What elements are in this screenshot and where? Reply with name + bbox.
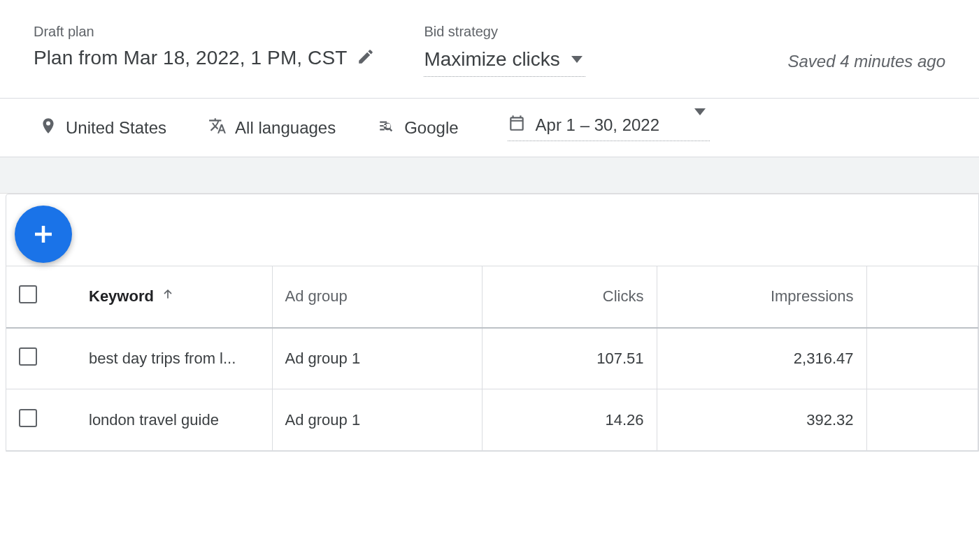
bid-strategy-value: Maximize clicks <box>424 48 559 71</box>
cell-empty <box>866 328 978 389</box>
table-body: best day trips from l... Ad group 1 107.… <box>6 328 978 451</box>
cell-impressions: 2,316.47 <box>657 328 866 389</box>
draft-plan-label: Draft plan <box>34 24 375 40</box>
content-gap <box>0 157 979 194</box>
cell-keyword[interactable]: best day trips from l... <box>76 328 272 389</box>
table-row: best day trips from l... Ad group 1 107.… <box>6 328 978 389</box>
cell-clicks: 14.26 <box>482 389 657 451</box>
header-clicks[interactable]: Clicks <box>482 266 657 328</box>
saved-status: Saved 4 minutes ago <box>788 24 945 71</box>
calendar-icon <box>508 114 526 136</box>
add-keyword-button[interactable] <box>15 206 72 263</box>
header-ad-group[interactable]: Ad group <box>272 266 482 328</box>
cell-empty <box>866 389 978 451</box>
location-filter[interactable]: United States <box>39 117 166 139</box>
keywords-table: Keyword Ad group Clicks Impressions best… <box>6 266 978 451</box>
language-filter[interactable]: All languages <box>208 117 336 139</box>
bid-strategy-block: Bid strategy Maximize clicks <box>424 24 585 77</box>
header-impressions[interactable]: Impressions <box>657 266 866 328</box>
network-filter[interactable]: Google <box>378 117 458 139</box>
cell-ad-group[interactable]: Ad group 1 <box>272 389 482 451</box>
network-value: Google <box>404 118 458 138</box>
search-network-icon <box>378 117 396 139</box>
cell-clicks: 107.51 <box>482 328 657 389</box>
date-range-value: Apr 1 – 30, 2022 <box>536 115 659 135</box>
cell-keyword[interactable]: london travel guide <box>76 389 272 451</box>
row-checkbox[interactable] <box>19 347 37 366</box>
cell-ad-group[interactable]: Ad group 1 <box>272 328 482 389</box>
plan-header: Draft plan Plan from Mar 18, 2022, 1 PM,… <box>0 0 979 99</box>
plan-title-row: Plan from Mar 18, 2022, 1 PM, CST <box>34 47 375 69</box>
table-row: london travel guide Ad group 1 14.26 392… <box>6 389 978 451</box>
select-all-checkbox[interactable] <box>19 285 37 303</box>
location-pin-icon <box>39 117 57 139</box>
plan-title: Plan from Mar 18, 2022, 1 PM, CST <box>34 47 347 69</box>
keywords-table-card: Keyword Ad group Clicks Impressions best… <box>6 194 979 452</box>
table-header-row: Keyword Ad group Clicks Impressions <box>6 266 978 328</box>
chevron-down-icon <box>694 115 706 135</box>
location-value: United States <box>66 118 166 138</box>
date-range-filter[interactable]: Apr 1 – 30, 2022 <box>508 114 710 141</box>
translate-icon <box>208 117 227 139</box>
header-keyword[interactable]: Keyword <box>76 266 272 328</box>
language-value: All languages <box>235 118 336 138</box>
chevron-down-icon <box>571 56 583 63</box>
filter-bar: United States All languages Google Apr 1… <box>0 99 979 157</box>
bid-strategy-label: Bid strategy <box>424 24 585 40</box>
bid-strategy-select[interactable]: Maximize clicks <box>424 47 585 77</box>
cell-impressions: 392.32 <box>657 389 866 451</box>
header-checkbox-cell <box>6 266 76 328</box>
plus-icon <box>31 222 56 247</box>
row-checkbox[interactable] <box>19 409 37 427</box>
header-keyword-label: Keyword <box>89 287 154 306</box>
pencil-icon[interactable] <box>357 48 375 69</box>
draft-plan-block: Draft plan Plan from Mar 18, 2022, 1 PM,… <box>34 24 375 69</box>
header-empty <box>866 266 978 328</box>
arrow-up-icon <box>161 287 175 306</box>
